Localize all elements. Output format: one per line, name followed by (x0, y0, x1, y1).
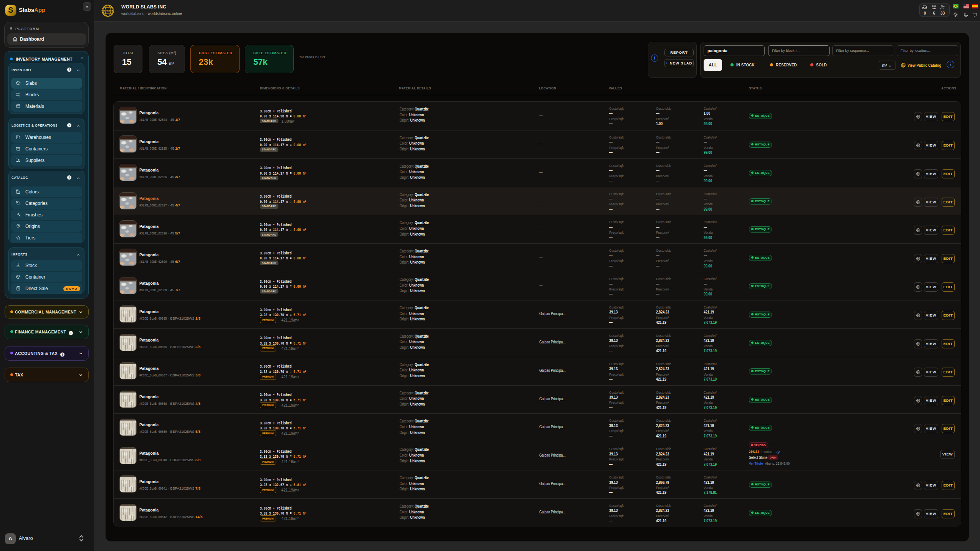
svg-text:WORLD SLABS INC.: WORLD SLABS INC. (101, 10, 114, 12)
